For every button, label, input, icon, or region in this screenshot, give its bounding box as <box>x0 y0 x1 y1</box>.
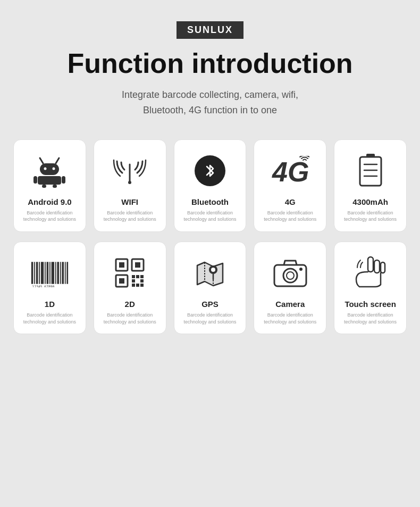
svg-rect-40 <box>132 275 135 278</box>
svg-rect-29 <box>60 262 61 284</box>
4g-icon: 4G <box>271 152 309 190</box>
card-touchscreen-title: Touch screen <box>345 300 396 309</box>
svg-rect-9 <box>53 185 57 188</box>
svg-rect-35 <box>119 262 124 268</box>
card-android-subtitle: Barcode identification technology and so… <box>19 210 80 223</box>
card-4g-subtitle: Barcode identification technology and so… <box>259 210 321 223</box>
svg-rect-57 <box>374 260 380 273</box>
gps-icon <box>191 254 229 292</box>
svg-point-53 <box>283 269 297 282</box>
subtitle: Integrate barcode collecting, camera, wi… <box>122 87 298 118</box>
svg-rect-30 <box>62 262 64 284</box>
svg-rect-27 <box>55 262 56 284</box>
android-icon <box>30 152 69 190</box>
card-bluetooth-subtitle: Barcode identification technology and so… <box>180 210 241 223</box>
card-gps-subtitle: Barcode identification technology and so… <box>180 312 241 325</box>
feature-grid-row2: 12345 67890 1D Barcode identification te… <box>13 242 407 334</box>
card-camera: Camera Barcode identification technology… <box>254 242 326 334</box>
card-android: Android 9.0 Barcode identification techn… <box>13 139 86 232</box>
svg-rect-21 <box>39 262 40 284</box>
card-battery-title: 4300mAh <box>352 197 388 206</box>
barcode-1d-icon: 12345 67890 <box>30 254 69 292</box>
card-2d: 2D Barcode identification technology and… <box>94 242 166 334</box>
svg-rect-58 <box>381 262 385 273</box>
camera-icon <box>271 254 309 292</box>
svg-rect-43 <box>132 279 135 282</box>
svg-rect-18 <box>31 262 33 284</box>
card-camera-title: Camera <box>275 300 305 309</box>
svg-rect-24 <box>47 262 49 284</box>
card-android-title: Android 9.0 <box>28 197 72 206</box>
wifi-icon <box>111 152 149 190</box>
svg-rect-56 <box>368 257 373 272</box>
card-wifi: WIFI Barcode identification technology a… <box>94 139 166 232</box>
svg-rect-44 <box>140 279 144 282</box>
svg-line-1 <box>56 158 59 163</box>
svg-text:4G: 4G <box>272 156 309 186</box>
card-2d-subtitle: Barcode identification technology and so… <box>99 312 161 325</box>
qr-code-icon <box>111 254 149 292</box>
svg-point-51 <box>211 268 215 272</box>
svg-point-4 <box>53 167 55 170</box>
svg-rect-20 <box>36 262 38 284</box>
svg-rect-2 <box>40 163 59 175</box>
card-battery-subtitle: Barcode identification technology and so… <box>340 210 401 223</box>
card-2d-title: 2D <box>125 300 135 309</box>
card-touchscreen: Touch screen Barcode identification tech… <box>334 242 407 334</box>
svg-rect-14 <box>360 157 381 186</box>
card-wifi-subtitle: Barcode identification technology and so… <box>99 210 161 223</box>
feature-grid-row1: Android 9.0 Barcode identification techn… <box>13 139 407 232</box>
svg-text:12345  67890: 12345 67890 <box>32 285 55 287</box>
svg-rect-46 <box>136 284 139 287</box>
card-1d: 12345 67890 1D Barcode identification te… <box>13 242 86 334</box>
card-4g-title: 4G <box>285 197 296 206</box>
svg-rect-47 <box>140 284 144 287</box>
svg-rect-39 <box>119 278 124 284</box>
card-bluetooth: Bluetooth Barcode identification technol… <box>174 139 247 232</box>
card-touchscreen-subtitle: Barcode identification technology and so… <box>340 312 401 325</box>
svg-point-3 <box>44 167 47 170</box>
svg-point-55 <box>299 268 303 271</box>
svg-rect-31 <box>65 262 66 284</box>
svg-rect-8 <box>42 185 46 188</box>
card-wifi-title: WIFI <box>121 197 138 206</box>
svg-rect-25 <box>49 262 51 284</box>
svg-rect-42 <box>140 275 144 278</box>
svg-rect-26 <box>52 262 54 284</box>
svg-rect-7 <box>62 176 65 184</box>
card-gps: GPS Barcode identification technology an… <box>174 242 247 334</box>
card-battery: 4300mAh Barcode identification technolog… <box>334 139 407 232</box>
main-title: Function introduction <box>67 48 352 79</box>
svg-line-0 <box>40 158 43 163</box>
svg-rect-22 <box>41 262 44 284</box>
svg-rect-37 <box>135 262 140 268</box>
svg-rect-5 <box>38 176 61 185</box>
card-1d-subtitle: Barcode identification technology and so… <box>19 312 80 325</box>
svg-rect-32 <box>67 262 69 284</box>
svg-rect-23 <box>45 262 46 284</box>
touchscreen-icon <box>351 254 390 292</box>
card-camera-subtitle: Barcode identification technology and so… <box>259 312 321 325</box>
card-1d-title: 1D <box>45 300 55 309</box>
battery-icon <box>351 152 390 190</box>
svg-rect-28 <box>57 262 60 284</box>
brand-badge: SUNLUX <box>177 21 243 39</box>
card-bluetooth-title: Bluetooth <box>191 197 229 206</box>
svg-point-11 <box>128 181 131 184</box>
card-gps-title: GPS <box>201 300 219 309</box>
svg-rect-41 <box>136 275 139 278</box>
svg-rect-19 <box>35 262 36 284</box>
svg-point-54 <box>287 272 294 279</box>
bluetooth-icon <box>191 152 229 190</box>
svg-rect-6 <box>33 176 37 184</box>
card-4g: 4G 4G Barcode identification technology … <box>254 139 326 232</box>
svg-rect-45 <box>132 284 135 287</box>
